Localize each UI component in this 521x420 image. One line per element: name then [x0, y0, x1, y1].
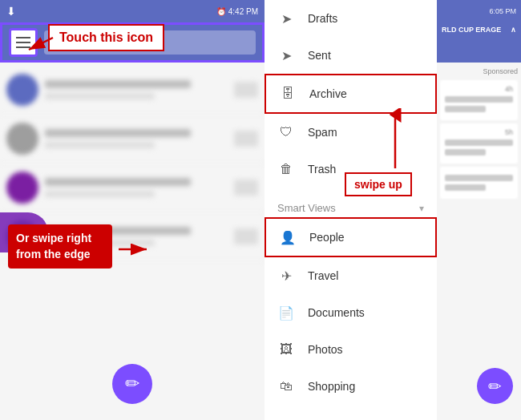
nav-label-travel: Travel — [308, 269, 338, 282]
nav-label-drafts: Drafts — [308, 12, 337, 25]
swipe-up-annotation: swipe up — [345, 172, 412, 196]
people-icon: 👤 — [279, 228, 297, 246]
left-email-panel: ⬇ ⏰ 4:42 PM Touch this icon — [0, 0, 265, 420]
nav-label-spam: Spam — [308, 126, 337, 139]
email-sender — [45, 129, 191, 137]
pencil-icon: ✏ — [125, 374, 139, 394]
right-panel: 6:05 PM RLD CUP ERAGE ∧ Sponsored 4h 5h … — [437, 0, 521, 420]
avatar — [6, 123, 38, 155]
documents-icon: 📄 — [277, 304, 295, 321]
email-subject — [45, 142, 155, 148]
right-toolbar: RLD CUP ERAGE ∧ — [437, 22, 521, 63]
status-right: ⏰ 4:42 PM — [216, 7, 258, 16]
nav-item-documents[interactable]: 📄 Documents — [265, 294, 437, 331]
email-sender — [45, 178, 191, 186]
email-sender — [45, 80, 191, 88]
right-line-short — [445, 106, 486, 112]
avatar — [6, 74, 38, 106]
nav-item-archive[interactable]: 🗄 Archive — [265, 74, 437, 114]
right-time: 6:05 PM — [489, 7, 516, 15]
email-time — [234, 228, 258, 244]
email-time — [234, 131, 258, 147]
email-item — [0, 66, 265, 115]
nav-label-archive: Archive — [309, 87, 347, 100]
folders-header: Folders ▾ — [265, 411, 437, 420]
nav-item-people[interactable]: 👤 People — [265, 217, 437, 257]
right-content: Sponsored 4h 5h — [437, 63, 521, 205]
nav-label-documents: Documents — [308, 306, 365, 319]
sponsored-label: Sponsored — [440, 66, 518, 77]
nav-item-travel[interactable]: ✈ Travel — [265, 257, 437, 294]
right-email-item — [440, 167, 518, 199]
email-content — [45, 80, 228, 99]
svg-line-1 — [29, 38, 53, 50]
smart-views-header: Smart Views ▾ — [265, 194, 437, 217]
avatar — [6, 172, 38, 204]
smart-views-label: Smart Views — [277, 202, 336, 214]
touch-arrow — [22, 34, 55, 54]
nav-item-sent[interactable]: ➤ Sent — [265, 37, 437, 74]
touch-icon-tooltip: Touch this icon — [48, 24, 164, 51]
left-time: 4:42 PM — [228, 7, 258, 16]
pencil-icon: ✏ — [488, 377, 502, 396]
nav-item-drafts[interactable]: ➤ Drafts — [265, 0, 437, 37]
right-status-bar: 6:05 PM — [437, 0, 521, 22]
tooltip-text: Touch this icon — [59, 30, 153, 44]
left-status-bar: ⬇ ⏰ 4:42 PM — [0, 0, 265, 22]
email-time — [234, 180, 258, 196]
swipe-up-text: swipe up — [354, 178, 402, 191]
travel-icon: ✈ — [277, 267, 295, 285]
swipe-right-text: Or swipe right from the edge — [16, 232, 91, 260]
right-line-short — [445, 149, 486, 155]
right-line — [445, 139, 513, 146]
right-line — [445, 96, 513, 103]
alarm-icon: ⏰ — [216, 7, 226, 16]
archive-icon: 🗄 — [279, 85, 297, 103]
nav-item-photos[interactable]: 🖼 Photos — [265, 331, 437, 368]
chevron-down-icon: ▾ — [419, 203, 424, 214]
email-content — [45, 178, 228, 197]
right-line — [445, 175, 513, 181]
email-time — [234, 82, 258, 98]
expand-icon: ∧ — [511, 26, 516, 34]
swipe-up-label: swipe up — [345, 172, 412, 196]
drafts-icon: ➤ — [277, 10, 295, 27]
swipe-right-arrow — [119, 243, 151, 256]
email-item — [0, 164, 265, 212]
right-email-item: 5h — [440, 123, 518, 164]
navigation-drawer: ➤ Drafts ➤ Sent 🗄 Archive 🛡 Spam 🗑 Trash… — [265, 0, 437, 420]
email-subject — [45, 93, 155, 99]
shopping-icon: 🛍 — [277, 378, 295, 395]
nav-label-trash: Trash — [308, 163, 336, 176]
email-item — [0, 115, 265, 164]
sent-icon: ➤ — [277, 46, 295, 64]
right-line-short — [445, 184, 486, 191]
download-icon: ⬇ — [6, 5, 16, 18]
nav-label-shopping: Shopping — [308, 380, 355, 393]
swipe-up-arrow — [387, 108, 403, 172]
nav-label-people: People — [309, 231, 345, 244]
nav-label-photos: Photos — [308, 343, 343, 356]
photos-icon: 🖼 — [277, 341, 295, 358]
trash-icon: 🗑 — [277, 160, 295, 178]
nav-item-shopping[interactable]: 🛍 Shopping — [265, 368, 437, 405]
compose-fab-button[interactable]: ✏ — [112, 364, 152, 404]
email-content — [45, 129, 228, 148]
nav-item-spam[interactable]: 🛡 Spam — [265, 114, 437, 151]
world-cup-label: RLD CUP ERAGE — [442, 26, 501, 34]
swipe-right-label: Or swipe right from the edge — [8, 224, 112, 269]
right-fab-button[interactable]: ✏ — [477, 368, 513, 404]
nav-label-sent: Sent — [308, 49, 331, 62]
email-subject — [45, 191, 155, 197]
spam-icon: 🛡 — [277, 123, 295, 141]
right-email-item: 4h — [440, 80, 518, 120]
